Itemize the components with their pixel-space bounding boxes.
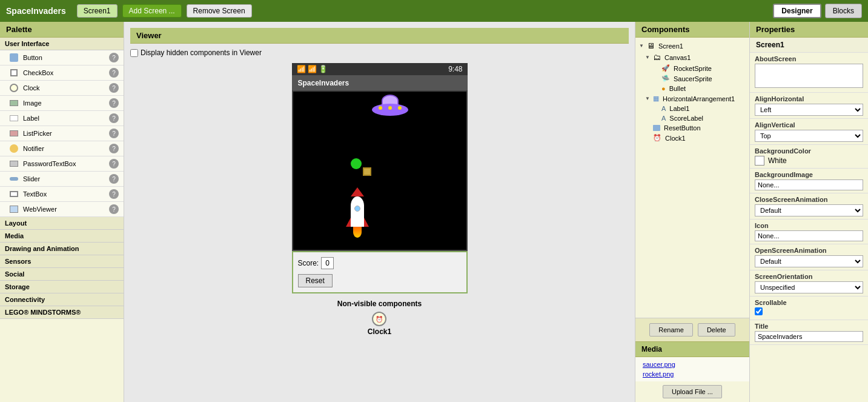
rename-button[interactable]: Rename: [649, 323, 693, 337]
textbox-icon: [8, 189, 19, 199]
prop-select-alignv[interactable]: TopCenterBottom: [755, 130, 863, 142]
prop-label-alignv: AlignVertical: [755, 121, 863, 129]
reset-button[interactable]: Reset: [298, 274, 333, 287]
palette-label-notifier: Notifier: [23, 145, 105, 152]
checkbox-icon: [8, 67, 19, 78]
phone-controls: Score: 0 Reset: [292, 251, 468, 293]
palette-item-notifier[interactable]: Notifier ?: [0, 141, 124, 156]
palette-label-textbox: TextBox: [23, 190, 105, 198]
tree-item-rocketsprite[interactable]: 🚀 RocketSprite: [635, 63, 749, 73]
saucer-sprite: [372, 104, 408, 116]
listpicker-help-icon[interactable]: ?: [109, 129, 119, 138]
palette-label-slider: Slider: [23, 175, 105, 183]
rocket-sprite: [351, 187, 364, 238]
palette-header: Palette: [0, 22, 124, 38]
bgcolor-swatch[interactable]: [755, 156, 764, 166]
tree-label-canvas1: Canvas1: [664, 54, 691, 61]
prop-open-anim: OpenScreenAnimation DefaultFadeZoom: [750, 244, 868, 270]
prop-select-alignh[interactable]: LeftCenterRight: [755, 104, 863, 116]
prop-input-icon[interactable]: [755, 230, 863, 241]
remove-screen-button[interactable]: Remove Screen: [187, 4, 252, 18]
resetbutton-icon: [653, 125, 660, 131]
palette-item-clock[interactable]: Clock ?: [0, 81, 124, 96]
palette-item-checkbox[interactable]: CheckBox ?: [0, 65, 124, 81]
prop-align-horizontal: AlignHorizontal LeftCenterRight: [750, 93, 868, 119]
prop-select-closeanimation[interactable]: DefaultFadeZoom: [755, 204, 863, 216]
properties-panel: Properties Screen1 AboutScreen AlignHori…: [750, 22, 868, 402]
ufo-light-3: [398, 106, 402, 110]
pwbox-help-icon[interactable]: ?: [109, 159, 119, 169]
tree-item-screen1[interactable]: ▼ 🖥 Screen1: [635, 40, 749, 52]
webviewer-help-icon[interactable]: ?: [109, 204, 119, 214]
prop-label-scrollable: Scrollable: [755, 299, 863, 306]
palette-item-webviewer[interactable]: WebViewer ?: [0, 202, 124, 217]
display-hidden-checkbox[interactable]: [130, 49, 138, 57]
palette-item-pwbox[interactable]: PasswordTextBox ?: [0, 156, 124, 172]
media-item-rocket[interactable]: rocket.png: [640, 369, 744, 379]
pwbox-icon: [8, 158, 19, 169]
tree-label-resetbutton: ResetButton: [664, 124, 701, 132]
components-tree: ▼ 🖥 Screen1 ▼ 🗂 Canvas1 🚀 RocketSprite 🛸…: [635, 38, 749, 318]
prop-select-screenorientation[interactable]: UnspecifiedPortraitLandscape: [755, 281, 863, 293]
button-help-icon[interactable]: ?: [109, 53, 119, 62]
phone-container: 📶 📶 🔋 9:48 SpaceInvaders: [292, 63, 468, 293]
media-item-saucer[interactable]: saucer.png: [640, 360, 744, 369]
palette-item-textbox[interactable]: TextBox ?: [0, 187, 124, 202]
tree-item-bullet[interactable]: ● Bullet: [635, 84, 749, 93]
ufo-light-1: [379, 106, 382, 110]
screen-dropdown[interactable]: Screen1: [77, 4, 118, 18]
app-title: SpaceInvaders: [6, 6, 66, 16]
palette-label-image: Image: [23, 99, 105, 107]
prop-input-title[interactable]: [755, 331, 863, 342]
prop-input-about[interactable]: [755, 64, 863, 88]
phone-app-name: SpaceInvaders: [298, 79, 350, 87]
textbox-help-icon[interactable]: ?: [109, 189, 119, 199]
slider-help-icon[interactable]: ?: [109, 174, 119, 184]
bullet-sprite: [351, 158, 362, 169]
tree-item-canvas1[interactable]: ▼ 🗂 Canvas1: [635, 52, 749, 63]
palette-label-webviewer: WebViewer: [23, 206, 105, 213]
label-help-icon[interactable]: ?: [109, 113, 119, 123]
tree-toggle-canvas1[interactable]: ▼: [644, 54, 651, 61]
palette-label-listpicker: ListPicker: [23, 130, 105, 137]
tree-item-resetbutton[interactable]: ResetButton: [635, 123, 749, 133]
checkbox-help-icon[interactable]: ?: [109, 68, 119, 78]
tree-item-label1[interactable]: A Label1: [635, 104, 749, 113]
tree-toggle-harrangement1[interactable]: ▼: [644, 95, 651, 102]
clock-help-icon[interactable]: ?: [109, 83, 119, 93]
prop-select-openanimation[interactable]: DefaultFadeZoom: [755, 255, 863, 267]
prop-label-title: Title: [755, 323, 863, 330]
clock-icon: [8, 82, 19, 93]
rocket-flame: [353, 227, 362, 238]
tree-item-scorelabel[interactable]: A ScoreLabel: [635, 113, 749, 123]
palette-item-label[interactable]: Label ?: [0, 111, 124, 126]
palette-section-connectivity: Connectivity: [0, 293, 124, 306]
tree-toggle-screen1[interactable]: ▼: [638, 42, 645, 50]
image-help-icon[interactable]: ?: [109, 98, 119, 108]
tree-item-harrangement1[interactable]: ▼ ▦ HorizontalArrangement1: [635, 93, 749, 104]
topbar: SpaceInvaders Screen1 Add Screen ... Rem…: [0, 0, 868, 22]
palette-item-listpicker[interactable]: ListPicker ?: [0, 126, 124, 141]
tree-item-clock1[interactable]: ⏰ Clock1: [635, 133, 749, 143]
rocket-fin-right: [364, 218, 369, 227]
delete-button[interactable]: Delete: [698, 323, 735, 337]
palette-item-slider[interactable]: Slider ?: [0, 172, 124, 187]
bgcolor-value: White: [768, 156, 787, 165]
non-visible-items: ⏰ Clock1: [130, 312, 629, 336]
tree-item-saucersprite[interactable]: 🛸 SaucerSprite: [635, 73, 749, 84]
ufo-light-2: [388, 106, 392, 110]
viewer-options: Display hidden components in Viewer: [130, 49, 629, 57]
palette-item-button[interactable]: Button ?: [0, 50, 124, 65]
prop-input-bgimage[interactable]: [755, 179, 863, 190]
blocks-button[interactable]: Blocks: [825, 4, 862, 18]
notifier-help-icon[interactable]: ?: [109, 144, 119, 153]
palette-item-image[interactable]: Image ?: [0, 96, 124, 111]
palette-panel: Palette User Interface Button ? CheckBox…: [0, 22, 124, 402]
prop-checkbox-scrollable[interactable]: [755, 307, 763, 315]
add-screen-button[interactable]: Add Screen ...: [122, 4, 182, 18]
prop-label-screenorientation: ScreenOrientation: [755, 273, 863, 280]
component-actions: Rename Delete: [635, 318, 749, 341]
designer-button[interactable]: Designer: [773, 4, 821, 18]
components-header: Components: [635, 22, 749, 38]
upload-file-button[interactable]: Upload File ...: [663, 385, 722, 398]
